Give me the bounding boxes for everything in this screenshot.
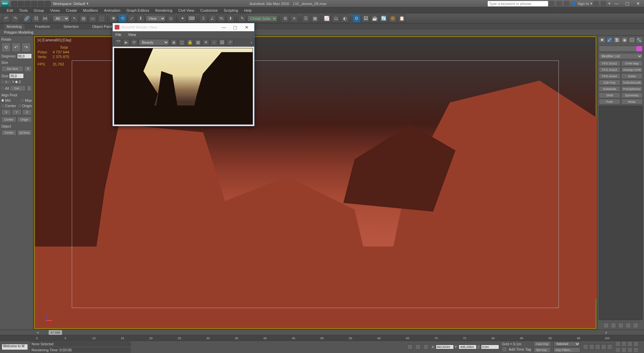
coord-x-field[interactable] xyxy=(436,345,454,349)
snap-toggle-icon[interactable]: 3 xyxy=(199,14,207,23)
refresh-icon[interactable]: ⟳ xyxy=(131,39,138,46)
timetag-icon[interactable] xyxy=(502,347,507,352)
hierarchy-tab-icon[interactable]: 🗜 xyxy=(613,37,620,43)
menu-help[interactable]: Help xyxy=(244,8,252,12)
scrub-left-icon[interactable]: < xyxy=(37,330,40,335)
degrees-field[interactable] xyxy=(17,53,32,59)
ribbon-tab-selection[interactable]: Selection xyxy=(61,24,81,29)
mod-symmetry[interactable]: Symmetry xyxy=(621,92,643,98)
favorites-icon[interactable] xyxy=(564,1,569,6)
pivot-min-radio[interactable]: Min xyxy=(5,98,11,102)
orbit-icon[interactable] xyxy=(627,347,633,353)
isolate-icon[interactable] xyxy=(415,344,421,350)
help-icon[interactable] xyxy=(601,1,606,6)
get-button[interactable]: Get... xyxy=(10,85,26,91)
ribbon-tab-modeling[interactable]: Modeling xyxy=(4,24,24,29)
spinner-snap-icon[interactable]: ⬍ xyxy=(226,14,234,23)
qclone-button[interactable]: QClone xyxy=(17,130,32,136)
bind-icon[interactable]: ⋈ xyxy=(41,14,49,23)
mod-uvwmap[interactable]: UVW Map xyxy=(621,60,643,66)
keymode-dropdown[interactable]: Selected xyxy=(553,341,580,347)
make-unique-icon[interactable] xyxy=(618,323,624,328)
rendered-frame-icon[interactable]: 🖼 xyxy=(362,14,370,23)
named-selection-set[interactable]: Create Selection Se xyxy=(247,15,277,22)
play-icon[interactable]: ▶ xyxy=(123,39,129,46)
project-icon[interactable] xyxy=(45,1,51,6)
menu-create[interactable]: Create xyxy=(66,8,77,12)
mirror-icon[interactable]: ⧉ xyxy=(281,14,289,23)
axis-y-button[interactable]: Y xyxy=(12,109,21,115)
pivot-center-icon[interactable]: ⊙ xyxy=(167,14,175,23)
create-tab-icon[interactable]: ✹ xyxy=(599,37,605,43)
mod-shell[interactable]: Shell xyxy=(599,92,621,98)
keyboard-shortcut-icon[interactable]: ⌨ xyxy=(187,14,196,23)
new-file-icon[interactable] xyxy=(11,1,17,6)
pan-icon[interactable] xyxy=(621,347,627,353)
dialog-minimize-icon[interactable]: — xyxy=(218,24,229,31)
timeline-ticks[interactable]: 0510152025303540455055606570758085909510… xyxy=(0,335,644,341)
mod-subdivide[interactable]: Subdivide xyxy=(599,86,621,92)
viewport-label[interactable]: [+] [Camera001] [Clay] xyxy=(38,38,71,42)
app-logo-icon[interactable]: MAX xyxy=(1,1,9,7)
help-dropdown-icon[interactable]: ▾ xyxy=(608,1,610,6)
render-production-icon[interactable]: ☕ xyxy=(371,14,379,23)
snapshot-icon[interactable]: 🖼 xyxy=(219,39,225,46)
modifier-stack[interactable] xyxy=(599,106,643,320)
modifier-list-dropdown[interactable]: Modifier List xyxy=(599,53,643,59)
menu-rendering[interactable]: Rendering xyxy=(155,8,172,12)
time-slider[interactable]: < 0 / 100 > xyxy=(0,330,644,335)
aov-dropdown[interactable]: Beauty xyxy=(139,39,169,46)
goto-end-icon[interactable] xyxy=(607,344,612,350)
remove-modifier-icon[interactable] xyxy=(626,323,631,328)
mod-unwrap[interactable]: Unwrap UVW xyxy=(621,67,643,73)
align-icon[interactable]: ≡ xyxy=(290,14,298,23)
origin-button[interactable]: Origin xyxy=(17,117,32,123)
open-file-icon[interactable] xyxy=(18,1,24,6)
motion-tab-icon[interactable]: ◉ xyxy=(621,37,628,43)
zoom-icon[interactable] xyxy=(615,341,621,347)
select-region-icon[interactable]: ▭ xyxy=(89,14,97,23)
show-end-result-icon[interactable] xyxy=(611,323,616,328)
object-color-swatch[interactable] xyxy=(636,46,642,51)
export-icon[interactable]: ↗ xyxy=(227,39,233,46)
exchange-apps-icon[interactable] xyxy=(593,1,599,6)
angle-snap-icon[interactable]: ∠ xyxy=(208,14,216,23)
display-tab-icon[interactable]: 🖵 xyxy=(629,37,635,43)
save-file-icon[interactable] xyxy=(24,1,31,6)
schematic-view-icon[interactable]: 🗂 xyxy=(332,14,340,23)
menu-views[interactable]: Views xyxy=(50,8,60,12)
scrub-right-icon[interactable]: > xyxy=(605,330,608,335)
redo-button[interactable]: ↷ xyxy=(11,14,19,23)
modify-tab-icon[interactable]: 🖉 xyxy=(606,37,613,43)
pivot-center-radio[interactable]: Center xyxy=(5,104,16,108)
select-move-icon[interactable]: ✥ xyxy=(109,14,117,23)
crop-icon[interactable]: ◫ xyxy=(178,39,185,46)
size-r-button[interactable]: R xyxy=(24,66,32,72)
mod-push[interactable]: Push xyxy=(599,99,621,104)
prev-frame-icon[interactable] xyxy=(589,344,594,350)
render-preview[interactable] xyxy=(114,48,253,125)
select-rotate-icon[interactable]: ⟲ xyxy=(118,14,126,23)
material-editor-icon[interactable]: ◐ xyxy=(341,14,349,23)
arrow-up-icon[interactable]: ↑ xyxy=(26,85,32,91)
script-listener[interactable]: Welcome to M xyxy=(2,344,28,350)
render-setup-icon[interactable]: ⚙ xyxy=(353,14,361,23)
menu-tools[interactable]: Tools xyxy=(19,8,28,12)
goto-start-icon[interactable] xyxy=(583,344,588,350)
search-input[interactable]: Type a keyword or phrase xyxy=(488,1,548,6)
render-iterative-icon[interactable]: 🔄 xyxy=(380,14,388,23)
dialog-menu-view[interactable]: View xyxy=(128,33,136,37)
axis-x-radio[interactable]: X xyxy=(5,80,7,84)
pivot-origin-radio[interactable]: Origin xyxy=(22,104,32,108)
toggle-ribbon-icon[interactable]: ▦ xyxy=(311,14,319,23)
zoom-extents-all-icon[interactable] xyxy=(633,341,639,347)
menu-scripting[interactable]: Scripting xyxy=(224,8,238,12)
menu-civilview[interactable]: Civil View xyxy=(178,8,194,12)
menu-customize[interactable]: Customize xyxy=(200,8,218,12)
coord-z-field[interactable] xyxy=(481,345,499,349)
menu-modifiers[interactable]: Modifiers xyxy=(83,8,98,12)
setsize-button[interactable]: Set Size xyxy=(1,66,23,72)
render-preset-icon[interactable]: 📋 xyxy=(398,14,406,23)
axis-z-radio[interactable]: Z xyxy=(19,80,21,84)
minimize-icon[interactable]: — xyxy=(612,1,621,6)
